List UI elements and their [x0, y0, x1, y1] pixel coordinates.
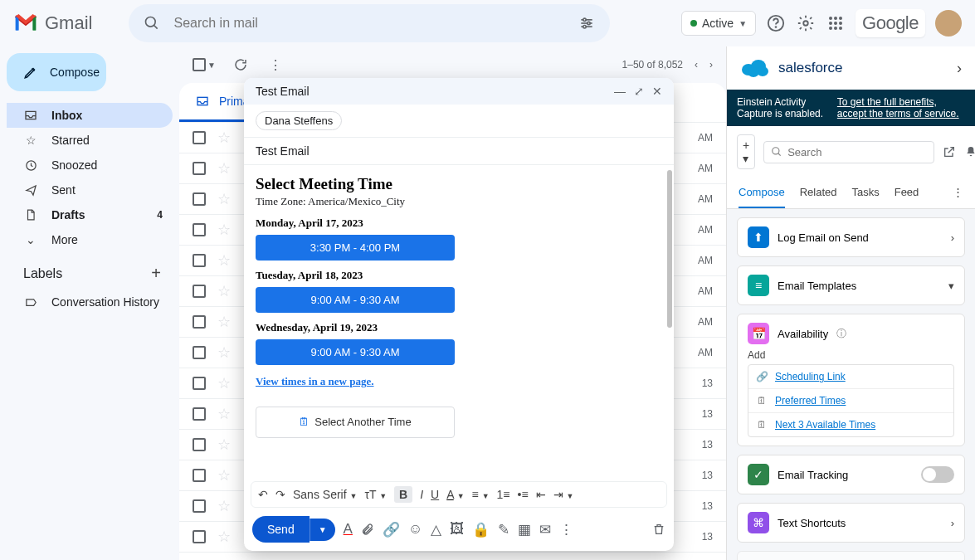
- confidential-icon[interactable]: 🔒: [472, 521, 490, 538]
- compose-button[interactable]: Compose: [7, 53, 106, 91]
- message-row[interactable]: ☆❯13: [179, 553, 726, 560]
- apps-icon[interactable]: [826, 13, 846, 33]
- more-options-button[interactable]: ⋮: [559, 521, 573, 538]
- row-checkbox[interactable]: [193, 315, 206, 329]
- search-options-icon[interactable]: [577, 13, 597, 33]
- signature-icon[interactable]: ✎: [498, 521, 509, 538]
- redo-button[interactable]: ↷: [275, 488, 285, 501]
- star-icon[interactable]: ☆: [217, 190, 231, 208]
- sf-tab-more[interactable]: ⋮: [953, 178, 963, 208]
- salesforce-search-input[interactable]: [787, 146, 927, 158]
- row-checkbox[interactable]: [193, 162, 206, 175]
- row-checkbox[interactable]: [193, 530, 206, 543]
- card-email-templates[interactable]: ≡ Email Templates ▾: [737, 265, 965, 305]
- drive-icon[interactable]: △: [431, 521, 441, 538]
- settings-icon[interactable]: [796, 13, 816, 33]
- star-icon[interactable]: ☆: [217, 405, 231, 423]
- row-checkbox[interactable]: [193, 407, 206, 421]
- sf-tab-feed[interactable]: Feed: [895, 178, 919, 208]
- sf-tab-compose[interactable]: Compose: [739, 178, 785, 208]
- sf-tab-related[interactable]: Related: [800, 178, 837, 208]
- indent-button[interactable]: ⇥ ▼: [553, 488, 574, 501]
- star-icon[interactable]: ☆: [217, 466, 231, 485]
- emoji-icon[interactable]: ☺: [408, 521, 422, 538]
- row-checkbox[interactable]: [193, 377, 206, 390]
- card-email-tracking[interactable]: ✓ Email Tracking: [737, 455, 965, 494]
- body-scrollbar[interactable]: [665, 170, 674, 476]
- star-icon[interactable]: ☆: [217, 313, 231, 331]
- schedule-icon[interactable]: ✉︎: [539, 521, 551, 538]
- image-icon[interactable]: 🖼: [450, 521, 464, 538]
- star-icon[interactable]: ☆: [217, 221, 231, 239]
- recipient-chip[interactable]: Dana Steffens: [256, 111, 342, 130]
- row-checkbox[interactable]: [193, 131, 206, 144]
- row-checkbox[interactable]: [193, 346, 206, 359]
- popout-icon[interactable]: [943, 145, 956, 158]
- search-icon[interactable]: [142, 13, 162, 33]
- nav-drafts[interactable]: Drafts4: [7, 202, 173, 227]
- ordered-list-button[interactable]: 1≡: [497, 488, 510, 501]
- scroll-thumb[interactable]: [667, 170, 672, 328]
- recipients-field[interactable]: Dana Steffens: [244, 105, 674, 138]
- star-icon[interactable]: ☆: [217, 374, 231, 392]
- time-slot-button[interactable]: 9:00 AM - 9:30 AM: [256, 287, 455, 313]
- select-another-time-button[interactable]: 🗓Select Another Time: [256, 407, 455, 438]
- bell-icon[interactable]: [964, 145, 975, 158]
- star-icon[interactable]: ☆: [217, 528, 231, 546]
- undo-button[interactable]: ↶: [258, 488, 268, 501]
- outdent-button[interactable]: ⇤: [536, 488, 546, 501]
- subject-field[interactable]: Test Email: [244, 138, 674, 165]
- italic-button[interactable]: I: [420, 488, 423, 501]
- star-icon[interactable]: ☆: [217, 282, 231, 300]
- view-times-link[interactable]: View times in a new page.: [256, 375, 662, 388]
- sf-tab-tasks[interactable]: Tasks: [851, 178, 879, 208]
- star-icon[interactable]: ☆: [217, 129, 231, 147]
- option-preferred-times[interactable]: 🗓Preferred Times: [748, 389, 953, 413]
- search-input[interactable]: [173, 16, 565, 31]
- underline-button[interactable]: U: [431, 488, 439, 501]
- font-family-select[interactable]: Sans Serif ▼: [293, 488, 357, 501]
- next-page-button[interactable]: ›: [709, 59, 713, 71]
- tracking-toggle[interactable]: [921, 466, 954, 483]
- chevron-right-icon[interactable]: ›: [957, 60, 962, 77]
- attach-icon[interactable]: [361, 523, 374, 536]
- align-button[interactable]: ≡ ▼: [472, 488, 490, 501]
- nav-sent[interactable]: Sent: [7, 178, 173, 202]
- templates-icon[interactable]: ▦: [518, 521, 531, 538]
- unordered-list-button[interactable]: •≡: [518, 488, 529, 501]
- compose-header[interactable]: Test Email — ⤢ ✕: [244, 78, 674, 105]
- star-icon[interactable]: ☆: [217, 497, 231, 515]
- card-send-later[interactable]: ⏱ Send Later: [737, 551, 965, 560]
- row-checkbox[interactable]: [193, 192, 206, 206]
- close-button[interactable]: ✕: [652, 85, 662, 98]
- option-next-3-times[interactable]: 🗓Next 3 Available Times: [748, 413, 953, 436]
- nav-inbox[interactable]: Inbox: [7, 103, 173, 128]
- row-checkbox[interactable]: [193, 223, 206, 236]
- nav-snoozed[interactable]: Snoozed: [7, 153, 173, 178]
- prev-page-button[interactable]: ‹: [695, 59, 698, 71]
- row-checkbox[interactable]: [193, 285, 206, 298]
- card-log-email[interactable]: ⬆ Log Email on Send ›: [737, 217, 965, 257]
- row-checkbox[interactable]: [193, 499, 206, 513]
- gmail-logo[interactable]: Gmail: [13, 12, 92, 34]
- time-slot-button[interactable]: 9:00 AM - 9:30 AM: [256, 339, 455, 365]
- link-icon[interactable]: 🔗: [383, 521, 400, 538]
- text-color-button[interactable]: A ▼: [446, 488, 464, 501]
- nav-more[interactable]: ⌄More: [7, 227, 173, 252]
- send-options-button[interactable]: ▼: [310, 519, 335, 541]
- time-slot-button[interactable]: 3:30 PM - 4:00 PM: [256, 235, 455, 261]
- star-icon[interactable]: ☆: [217, 159, 231, 178]
- star-icon[interactable]: ☆: [217, 343, 231, 362]
- row-checkbox[interactable]: [193, 438, 206, 451]
- row-checkbox[interactable]: [193, 254, 206, 267]
- font-size-select[interactable]: τT ▼: [364, 488, 387, 501]
- label-conversation-history[interactable]: Conversation History: [7, 290, 173, 314]
- discard-button[interactable]: [652, 523, 665, 536]
- expand-button[interactable]: ⤢: [634, 85, 644, 98]
- option-scheduling-link[interactable]: 🔗Scheduling Link: [748, 365, 953, 389]
- salesforce-search[interactable]: [763, 141, 934, 163]
- google-logo[interactable]: Google: [856, 9, 925, 37]
- search-bar[interactable]: [129, 4, 610, 42]
- status-chip[interactable]: Active ▼: [681, 11, 756, 36]
- banner-link[interactable]: To get the full benefits, accept the ter…: [837, 96, 965, 119]
